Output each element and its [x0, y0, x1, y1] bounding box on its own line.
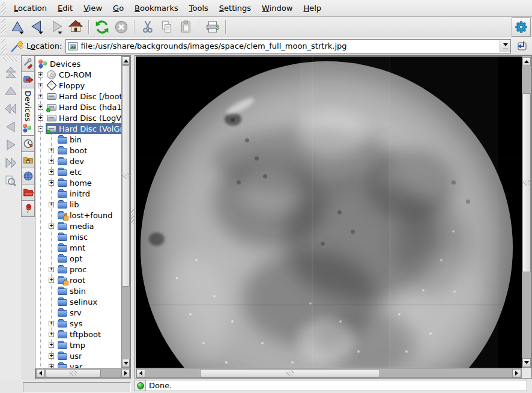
toolbar-drag-handle[interactable]: [1, 19, 6, 35]
menu-edit[interactable]: Edit: [52, 2, 78, 14]
tree-expander[interactable]: [49, 202, 54, 207]
tree-expander[interactable]: [49, 310, 54, 315]
tree-expander[interactable]: [49, 213, 54, 218]
double-up-button[interactable]: [2, 64, 19, 82]
locationbar-drag-handle[interactable]: [1, 39, 6, 53]
tree-item[interactable]: initrd: [35, 188, 121, 199]
paste-button[interactable]: [177, 17, 196, 37]
scroll-down-button[interactable]: [522, 358, 531, 367]
scroll-right-button[interactable]: [121, 369, 130, 377]
sidebar-tab-home-folder[interactable]: [21, 152, 35, 168]
tree-expander[interactable]: [38, 126, 43, 132]
tree-expander[interactable]: [49, 343, 54, 348]
tree-item[interactable]: proc: [35, 264, 121, 275]
menu-settings[interactable]: Settings: [214, 2, 256, 14]
forward-button[interactable]: [47, 17, 66, 37]
tree-item[interactable]: lost+found: [35, 210, 121, 221]
scroll-right-button[interactable]: [512, 369, 521, 377]
menu-tools[interactable]: Tools: [184, 2, 214, 14]
tree-expander[interactable]: [49, 137, 54, 142]
location-dropdown-button[interactable]: [500, 40, 510, 52]
tree-item[interactable]: bin: [35, 134, 121, 145]
location-combobox[interactable]: [65, 39, 511, 53]
clear-location-button[interactable]: [8, 38, 25, 55]
tree-expander[interactable]: [49, 321, 54, 326]
tree-item[interactable]: tftpboot: [35, 329, 121, 340]
tree-expander[interactable]: [49, 278, 54, 283]
tree-item[interactable]: etc: [35, 166, 121, 177]
view-horizontal-scrollbar[interactable]: [136, 368, 522, 378]
copy-button[interactable]: [157, 17, 177, 37]
tree-item[interactable]: misc: [35, 231, 121, 242]
tree-expander[interactable]: [49, 256, 54, 261]
tree-expander[interactable]: [49, 234, 54, 240]
tree-item[interactable]: tmp: [35, 340, 121, 350]
tree-item[interactable]: srv: [35, 307, 121, 318]
tree-item[interactable]: CD-ROM: [35, 69, 121, 80]
tree-expander[interactable]: [49, 224, 54, 229]
tree-item[interactable]: var: [35, 361, 121, 368]
menu-help[interactable]: Help: [298, 2, 327, 14]
tree-item[interactable]: Hard Disc (hda1) [/: [35, 102, 121, 112]
tree-expander[interactable]: [49, 180, 54, 186]
konqueror-gear-button[interactable]: [512, 17, 531, 37]
home-button[interactable]: [66, 17, 85, 37]
tree-item[interactable]: home: [35, 177, 121, 188]
tree-item[interactable]: sbin: [35, 285, 121, 296]
tree-item-selected[interactable]: Hard Disc (VolGrou: [35, 123, 121, 134]
go-button[interactable]: [513, 38, 530, 55]
tree-item[interactable]: Hard Disc (LogVol0: [35, 112, 121, 123]
tree-vertical-scrollbar[interactable]: [121, 56, 130, 368]
print-button[interactable]: [203, 17, 222, 37]
stop-button[interactable]: [112, 17, 131, 37]
scroll-left-button[interactable]: [36, 369, 44, 377]
tree-horizontal-scrollbar[interactable]: [35, 368, 130, 378]
scroll-left-button[interactable]: [136, 369, 145, 377]
view-vscroll-thumb[interactable]: [522, 93, 531, 272]
sidebar-tab-network[interactable]: [21, 168, 35, 184]
location-input[interactable]: [80, 41, 500, 52]
tree-expander[interactable]: [49, 169, 54, 175]
menu-bookmarks[interactable]: Bookmarks: [129, 2, 184, 14]
tree-item[interactable]: media: [35, 221, 121, 231]
scroll-up-button[interactable]: [522, 57, 531, 66]
tree-expander[interactable]: [38, 83, 43, 88]
tree-item[interactable]: opt: [35, 253, 121, 264]
tree-item[interactable]: Devices: [35, 58, 121, 69]
tree-expander[interactable]: [38, 94, 43, 99]
tree-item[interactable]: selinux: [35, 296, 121, 307]
menu-location[interactable]: Location: [8, 2, 52, 14]
double-forward-button[interactable]: [2, 154, 19, 172]
tree-item[interactable]: root: [35, 275, 121, 285]
tree-expander[interactable]: [49, 353, 54, 359]
tree-item[interactable]: boot: [35, 145, 121, 156]
tree-expander[interactable]: [49, 245, 54, 251]
double-back-button[interactable]: [2, 100, 19, 118]
tree-expander[interactable]: [49, 191, 54, 196]
scroll-up-button[interactable]: [122, 56, 130, 65]
tree-expander[interactable]: [49, 364, 54, 368]
sidebar-tab-root-folder[interactable]: [21, 184, 35, 201]
tree-item[interactable]: dev: [35, 156, 121, 166]
tree-expander[interactable]: [49, 299, 54, 305]
sidebar-tab-devices[interactable]: Devices: [21, 88, 35, 136]
tree-item[interactable]: Hard Disc [/boot]: [35, 91, 121, 102]
tree-expander[interactable]: [38, 72, 43, 78]
sidebar-tab-services[interactable]: [21, 201, 35, 217]
tree-expander[interactable]: [49, 332, 54, 337]
up-arrow-button[interactable]: [2, 82, 19, 100]
up-button[interactable]: [8, 17, 28, 37]
view-vertical-scrollbar[interactable]: [522, 56, 531, 368]
tree-expander[interactable]: [49, 148, 54, 153]
scroll-down-button[interactable]: [122, 359, 130, 367]
cut-button[interactable]: [138, 17, 157, 37]
tree-item[interactable]: mnt: [35, 242, 121, 253]
menu-window[interactable]: Window: [256, 2, 298, 14]
find-button[interactable]: [2, 172, 19, 190]
tree-expander[interactable]: [49, 288, 54, 294]
forward-arrow-button[interactable]: [2, 136, 19, 154]
sidebar-tab-bookmarks[interactable]: [21, 72, 35, 88]
menu-view[interactable]: View: [78, 2, 107, 14]
side-toolbar-drag-handle[interactable]: [3, 56, 19, 61]
tree-expander[interactable]: [49, 159, 54, 164]
